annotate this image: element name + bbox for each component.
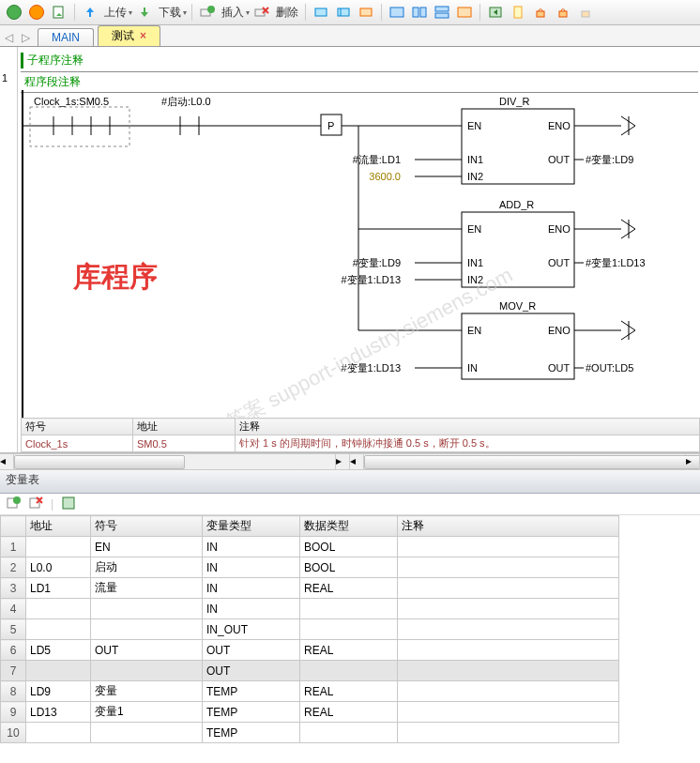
sym-cell[interactable]: SM0.5 [133,435,236,452]
vt-cell-addr[interactable] [26,537,91,557]
vt-cell-addr[interactable]: LD9 [26,681,91,702]
stop-icon[interactable] [26,2,47,23]
vt-cell-comment[interactable] [398,640,619,661]
vt-cell-addr[interactable] [26,661,91,681]
vt-cell-vtype[interactable]: IN [203,557,300,578]
win-icon4[interactable] [454,2,475,23]
vt-add-icon[interactable] [6,496,21,513]
vt-cell-addr[interactable]: LD5 [26,640,91,661]
vt-cell-comment[interactable] [398,557,619,578]
vt-cell-dtype[interactable]: REAL [300,681,398,702]
tab-main[interactable]: MAIN [38,28,94,46]
download-icon[interactable] [134,2,155,23]
win-icon2[interactable] [409,2,430,23]
sym-h1: 符号 [22,419,133,435]
vt-cell-comment[interactable] [398,578,619,599]
vt-cell-comment[interactable] [398,681,619,702]
vt-cell-sym[interactable]: 启动 [91,557,203,578]
sym-cell[interactable]: Clock_1s [22,435,133,452]
vt-cell-comment[interactable] [398,723,619,743]
win-icon3[interactable] [432,2,452,23]
vt-cell-dtype[interactable]: REAL [300,578,398,599]
vt-cell-addr[interactable]: L0.0 [26,557,91,578]
vt-cell-sym[interactable]: EN [91,537,203,557]
vt-cell-comment[interactable] [398,537,619,557]
tab-prev-icon[interactable]: ◁ [0,29,17,46]
run-icon[interactable] [4,2,24,23]
svg-point-72 [13,496,21,504]
vt-cell-comment[interactable] [398,702,619,723]
vt-cell-comment[interactable] [398,661,619,681]
vt-cell-addr[interactable] [26,723,91,743]
vt-cell-vtype[interactable]: IN [203,578,300,599]
row-number[interactable]: 1 [1,537,26,557]
close-icon[interactable]: × [140,29,146,42]
ld-icon1[interactable] [311,2,331,23]
download-label[interactable]: 下载 [159,5,181,21]
vt-cell-sym[interactable]: 流量 [91,578,203,599]
vt-cell-vtype[interactable]: TEMP [203,723,300,743]
row-number[interactable]: 6 [1,640,26,661]
vt-cell-dtype[interactable] [300,619,398,640]
lock3-icon[interactable] [575,2,596,23]
vt-cell-sym[interactable]: 变量 [91,681,203,702]
row-number[interactable]: 10 [1,723,26,743]
vt-cell-vtype[interactable]: IN_OUT [203,619,300,640]
editor-scrollbar[interactable]: ◂ ▸ ◂ ▸ [0,453,700,470]
vt-cell-sym[interactable]: 变量1 [91,702,203,723]
vt-cell-dtype[interactable]: BOOL [300,557,398,578]
vt-cell-sym[interactable] [91,599,203,619]
vt-cell-vtype[interactable]: TEMP [203,681,300,702]
vt-cell-dtype[interactable] [300,723,398,743]
vt-cell-vtype[interactable]: OUT [203,640,300,661]
compile-icon[interactable] [49,2,69,23]
vt-cell-addr[interactable] [26,619,91,640]
win-icon1[interactable] [387,2,407,23]
ld-icon2[interactable] [333,2,354,23]
vt-cell-sym[interactable] [91,723,203,743]
vt-cell-addr[interactable]: LD13 [26,702,91,723]
delete-label[interactable]: 删除 [276,5,298,21]
vt-cell-dtype[interactable]: REAL [300,640,398,661]
lock2-icon[interactable] [553,2,573,23]
vt-cell-addr[interactable] [26,599,91,619]
vt-cell-sym[interactable] [91,619,203,640]
row-number[interactable]: 8 [1,681,26,702]
vt-cell-dtype[interactable]: BOOL [300,537,398,557]
row-number[interactable]: 2 [1,557,26,578]
vt-cell-sym[interactable]: OUT [91,640,203,661]
vt-cell-vtype[interactable]: OUT [203,661,300,681]
insert-icon[interactable] [197,2,218,23]
lock1-icon[interactable] [530,2,551,23]
vt-cell-addr[interactable]: LD1 [26,578,91,599]
vt-cell-vtype[interactable]: TEMP [203,702,300,723]
vt-cell-comment[interactable] [398,599,619,619]
vt-cell-dtype[interactable] [300,661,398,681]
vt-del-icon[interactable] [28,496,43,513]
tab-test[interactable]: 测试× [98,25,160,46]
row-number[interactable]: 5 [1,619,26,640]
vt-cell-dtype[interactable]: REAL [300,702,398,723]
vt-cell-vtype[interactable]: IN [203,537,300,557]
nav-icon[interactable] [485,2,506,23]
vt-cell-vtype[interactable]: IN [203,599,300,619]
vt-cell-comment[interactable] [398,619,619,640]
row-number[interactable]: 7 [1,661,26,681]
vt-cell-dtype[interactable] [300,599,398,619]
vt-cell-sym[interactable] [91,661,203,681]
variable-table[interactable]: 地址 符号 变量类型 数据类型 注释 1 EN IN BOOL 2 L0.0 启… [0,515,700,743]
bookmark-icon[interactable] [508,2,528,23]
tab-next-icon[interactable]: ▷ [17,29,34,46]
vt-opts-icon[interactable] [61,496,76,513]
sym-cell[interactable]: 针对 1 s 的周期时间，时钟脉冲接通 0.5 s，断开 0.5 s。 [236,435,700,452]
upload-label[interactable]: 上传 [104,5,127,21]
row-number[interactable]: 3 [1,578,26,599]
row-number[interactable]: 9 [1,702,26,723]
insert-label[interactable]: 插入 [221,5,244,21]
svg-point-2 [207,6,215,13]
ld-icon3[interactable] [356,2,376,23]
row-number[interactable]: 4 [1,599,26,619]
delete-icon[interactable] [251,2,272,23]
upload-icon[interactable] [80,2,100,23]
subroutine-comment[interactable]: 子程序注释 [21,53,84,69]
